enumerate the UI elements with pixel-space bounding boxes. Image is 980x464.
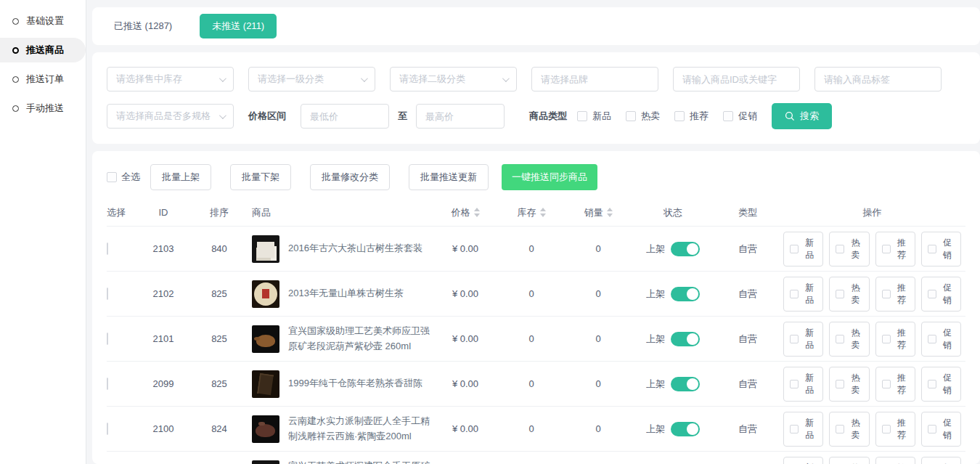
- sort-asc-icon[interactable]: [540, 208, 546, 211]
- stock-sort-control[interactable]: [540, 208, 546, 217]
- product-title[interactable]: 2013年无量山单株古树生茶: [288, 286, 404, 301]
- tag-hot-button[interactable]: 热卖: [829, 232, 869, 266]
- product-title[interactable]: 2016年古六大茶山古树生茶套装: [288, 241, 422, 256]
- tag-new-button[interactable]: 新品: [783, 322, 823, 357]
- row-checkbox[interactable]: [107, 423, 108, 435]
- search-button[interactable]: 搜索: [772, 103, 832, 129]
- filter-row-1: 请选择售中库存 请选择一级分类 请选择二级分类: [107, 67, 965, 91]
- tag-hot-button[interactable]: 热卖: [829, 367, 869, 402]
- row-sort: 825: [191, 288, 252, 299]
- checkbox-icon: [674, 111, 685, 121]
- tag-input[interactable]: [814, 67, 942, 91]
- tag-hot-button[interactable]: 热卖: [829, 322, 869, 357]
- price-sort-control[interactable]: [474, 208, 480, 217]
- row-sort: 825: [191, 333, 252, 344]
- checkbox-icon: [723, 111, 733, 121]
- batch-edit-category-button[interactable]: 批量修改分类: [310, 164, 390, 190]
- app: 基础设置 推送商品 推送订单 手动推送 已推送 (1287) 未推送 (211)…: [0, 0, 980, 464]
- tag-recommend-button[interactable]: 推荐: [875, 457, 915, 464]
- sort-desc-icon[interactable]: [607, 213, 613, 217]
- tab-unpushed[interactable]: 未推送 (211): [200, 14, 277, 38]
- sort-asc-icon[interactable]: [474, 208, 480, 211]
- product-image: [252, 460, 279, 464]
- sort-desc-icon[interactable]: [540, 213, 546, 217]
- sales-sort-control[interactable]: [607, 208, 613, 217]
- product-title[interactable]: 云南建水实力派制壶匠人全手工精制浅雕祥云西施·紫陶壶200ml: [288, 414, 430, 443]
- radio-circle-icon: [12, 18, 19, 25]
- on-shelf-toggle[interactable]: [671, 242, 700, 256]
- row-checkbox[interactable]: [107, 333, 108, 345]
- brand-input[interactable]: [531, 67, 658, 91]
- category1-select[interactable]: 请选择一级分类: [248, 67, 375, 91]
- tag-recommend-button[interactable]: 推荐: [875, 367, 915, 402]
- row-id: 2102: [140, 288, 191, 299]
- tag-promo-button[interactable]: 促销: [921, 277, 961, 312]
- tab-pushed[interactable]: 已推送 (1287): [114, 20, 172, 33]
- batch-on-shelf-button[interactable]: 批量上架: [150, 164, 211, 190]
- on-shelf-toggle[interactable]: [671, 422, 700, 436]
- category2-select[interactable]: 请选择二级分类: [390, 67, 517, 91]
- tag-promo-button[interactable]: 促销: [921, 367, 961, 402]
- type-checkbox-new[interactable]: 新品: [577, 110, 611, 123]
- filter-row-2: 请选择商品是否多规格 价格区间 至 商品类型 新品 热卖 推: [107, 103, 965, 129]
- tag-promo-button[interactable]: 促销: [921, 232, 961, 266]
- multi-spec-select[interactable]: 请选择商品是否多规格: [107, 104, 234, 129]
- row-price: ¥ 0.00: [435, 378, 500, 389]
- row-checkbox[interactable]: [107, 288, 108, 300]
- row-id: 2103: [140, 243, 191, 254]
- tag-hot-button[interactable]: 热卖: [829, 457, 869, 464]
- tag-new-button[interactable]: 新品: [783, 277, 823, 312]
- type-checkbox-promo[interactable]: 促销: [723, 110, 757, 123]
- tag-new-button[interactable]: 新品: [783, 412, 823, 447]
- product-title[interactable]: 宜兴国家级助理工艺美术师应卫强原矿老段泥葫芦紫砂壶 260ml: [288, 324, 430, 353]
- sidebar-item-label: 手动推送: [26, 102, 64, 115]
- row-sort: 840: [191, 243, 252, 254]
- sidebar-item-push-products[interactable]: 推送商品: [0, 38, 86, 62]
- on-shelf-toggle[interactable]: [671, 287, 700, 301]
- tag-promo-button[interactable]: 促销: [921, 412, 961, 447]
- tag-recommend-button[interactable]: 推荐: [875, 277, 915, 312]
- product-title[interactable]: 宜兴工艺美术师恽建军全手工原矿底: [288, 459, 430, 464]
- tag-recommend-button[interactable]: 推荐: [875, 412, 915, 447]
- type-checkbox-hot[interactable]: 热卖: [626, 110, 660, 123]
- batch-push-update-button[interactable]: 批量推送更新: [409, 164, 489, 190]
- max-price-input[interactable]: [416, 104, 505, 129]
- tag-hot-button[interactable]: 热卖: [829, 277, 869, 312]
- table-header: 选择 ID 排序 商品 价格 库存: [107, 199, 965, 227]
- checkbox-icon: [882, 380, 891, 388]
- min-price-input[interactable]: [301, 104, 389, 129]
- row-stock: 0: [500, 288, 567, 299]
- on-shelf-toggle[interactable]: [671, 377, 700, 391]
- tag-promo-button[interactable]: 促销: [921, 457, 961, 464]
- stock-select[interactable]: 请选择售中库存: [107, 67, 234, 91]
- header-select: 选择: [107, 206, 140, 219]
- tag-new-button[interactable]: 新品: [783, 367, 823, 402]
- sort-desc-icon[interactable]: [474, 213, 480, 217]
- tag-recommend-button[interactable]: 推荐: [875, 232, 915, 266]
- tag-new-button[interactable]: 新品: [783, 232, 823, 266]
- type-checkbox-recommend[interactable]: 推荐: [674, 110, 709, 123]
- keyword-input[interactable]: [673, 67, 800, 91]
- batch-off-shelf-button[interactable]: 批量下架: [230, 164, 291, 190]
- row-id: 2099: [140, 378, 191, 389]
- tag-new-button[interactable]: 新品: [783, 457, 823, 464]
- select-all-checkbox[interactable]: 全选: [107, 171, 140, 184]
- one-click-sync-push-button[interactable]: 一键推送同步商品: [502, 164, 597, 190]
- row-checkbox[interactable]: [107, 378, 108, 390]
- row-sort: 825: [191, 378, 252, 389]
- row-type: 自营: [716, 243, 783, 256]
- sidebar-item-label: 推送商品: [26, 44, 64, 57]
- product-title[interactable]: 1999年纯干仓陈年老熟茶香甜陈: [288, 376, 422, 391]
- sort-asc-icon[interactable]: [607, 208, 613, 211]
- checkbox-icon: [928, 425, 936, 434]
- tag-recommend-button[interactable]: 推荐: [875, 322, 915, 357]
- on-shelf-toggle[interactable]: [671, 332, 700, 346]
- sidebar-item-push-orders[interactable]: 推送订单: [0, 67, 86, 91]
- tag-hot-button[interactable]: 热卖: [829, 412, 869, 447]
- sidebar-item-manual-push[interactable]: 手动推送: [0, 96, 86, 121]
- row-checkbox[interactable]: [107, 243, 108, 255]
- sidebar-item-basic-settings[interactable]: 基础设置: [0, 9, 86, 33]
- row-type: 自营: [716, 288, 783, 301]
- checkbox-icon: [928, 290, 936, 298]
- tag-promo-button[interactable]: 促销: [921, 322, 961, 357]
